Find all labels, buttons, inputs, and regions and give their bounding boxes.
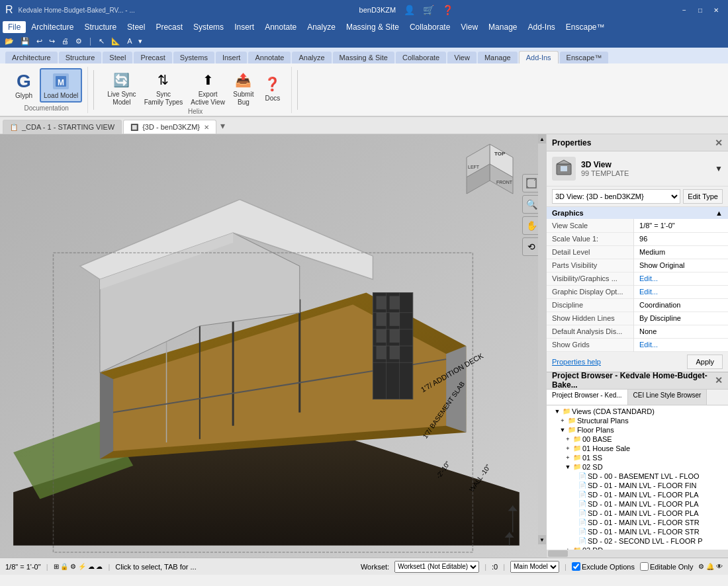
menu-manage[interactable]: Manage (483, 21, 522, 33)
edit-type-button[interactable]: Edit Type (683, 189, 723, 204)
submit-bug-button[interactable]: 📤 SubmitBug (230, 68, 257, 108)
qa-save[interactable]: 💾 (19, 36, 32, 46)
tab-steel[interactable]: Steel (103, 52, 132, 63)
sync-family-button[interactable]: ⇅ SyncFamily Types (142, 68, 186, 108)
qa-measure[interactable]: 📐 (109, 36, 122, 46)
view-selector-dropdown[interactable]: 3D View: {3D - benD3KZM} (552, 189, 680, 204)
pb-tab-browser[interactable]: Project Browser - Ked... (547, 390, 628, 405)
export-view-button[interactable]: ⬆ ExportActive View (188, 68, 228, 108)
tab-analyze[interactable]: Analyze (292, 52, 331, 63)
tree-item-sd01-fin[interactable]: 📄 SD - 01 - MAIN LVL - FLOOR FIN (548, 481, 727, 490)
editable-only-label[interactable]: Editable Only (640, 562, 693, 571)
menu-systems[interactable]: Systems (188, 21, 229, 33)
apply-button[interactable]: Apply (687, 355, 723, 369)
graphics-section-header[interactable]: Graphics ▲ (547, 207, 728, 219)
exclude-options-checkbox[interactable] (572, 562, 580, 571)
tab-close-button[interactable]: ✕ (204, 124, 209, 131)
prop-value-detail-level[interactable]: Medium (634, 245, 728, 259)
menu-analyze[interactable]: Analyze (302, 21, 341, 33)
model-selector[interactable]: Main Model (510, 561, 559, 573)
menu-view[interactable]: View (455, 21, 483, 33)
exclude-options-label[interactable]: Exclude Options (572, 562, 635, 571)
tab-manage[interactable]: Manage (478, 52, 518, 63)
tab-precast[interactable]: Precast (134, 52, 171, 63)
tab-list-button[interactable]: ▾ (218, 118, 228, 134)
minimize-button[interactable]: − (678, 3, 691, 17)
type-expand-arrow[interactable]: ▼ (715, 164, 723, 173)
tree-item-sd01-pla1[interactable]: 📄 SD - 01 - MAIN LVL - FLOOR PLA (548, 490, 727, 499)
tree-item-sd01-str2[interactable]: 📄 SD - 01 - MAIN LVL - FLOOR STR (548, 527, 727, 536)
live-sync-button[interactable]: 🔄 Live SyncModel (105, 68, 138, 108)
qa-text[interactable]: A (125, 36, 134, 46)
menu-enscape[interactable]: Enscape™ (561, 21, 610, 33)
tab-enscape[interactable]: Enscape™ (560, 52, 609, 63)
properties-help-link[interactable]: Properties help (547, 355, 606, 368)
prop-value-parts-vis[interactable]: Show Original (634, 259, 728, 272)
docs-button[interactable]: ❓ Docs (259, 72, 286, 104)
load-model-button[interactable]: M Load Model (40, 68, 82, 103)
menu-steel[interactable]: Steel (122, 21, 150, 33)
glyph-button[interactable]: G Glyph (11, 69, 37, 101)
prop-value-hidden-lines[interactable]: By Discipline (634, 312, 728, 325)
qa-settings[interactable]: ⚙ (73, 36, 84, 46)
tab-systems[interactable]: Systems (173, 52, 214, 63)
viewport[interactable]: 1'7/ ADDITION DECK 1'7/ BASEMENT SLAB -2… (0, 134, 546, 558)
tab-view[interactable]: View (447, 52, 477, 63)
tree-item-sd01-str1[interactable]: 📄 SD - 01 - MAIN LVL - FLOOR STR (548, 518, 727, 527)
tab-insert[interactable]: Insert (216, 52, 248, 63)
menu-precast[interactable]: Precast (150, 21, 188, 33)
maximize-button[interactable]: □ (694, 3, 707, 17)
scroll-thumb[interactable] (538, 144, 546, 535)
viewport-vertical-scrollbar[interactable]: ▲ ▼ (538, 134, 546, 544)
tree-item-00base[interactable]: + 📁 00 BASE (548, 435, 727, 444)
tree-item-02sd[interactable]: ▼ 📁 02 SD (548, 462, 727, 472)
tree-item-sd01-pla3[interactable]: 📄 SD - 01 - MAIN LVL - FLOOR PLA (548, 509, 727, 518)
menu-file[interactable]: File (3, 21, 26, 33)
tree-item-sd02[interactable]: 📄 SD - 02 - SECOND LVL - FLOOR P (548, 536, 727, 546)
qa-open[interactable]: 📂 (3, 36, 16, 46)
prop-value-graphic-display[interactable]: Edit... (634, 285, 728, 298)
tab-structure[interactable]: Structure (59, 52, 102, 63)
menu-architecture[interactable]: Architecture (26, 21, 79, 33)
close-button[interactable]: ✕ (709, 3, 723, 17)
menu-annotate[interactable]: Annotate (259, 21, 302, 33)
tab-architecture[interactable]: Architecture (5, 52, 58, 63)
qa-redo[interactable]: ↪ (47, 36, 57, 46)
tree-item-01ss[interactable]: + 📁 01 SS (548, 453, 727, 462)
menu-addins[interactable]: Add-Ins (522, 21, 560, 33)
tab-collaborate[interactable]: Collaborate (396, 52, 446, 63)
menu-massing[interactable]: Massing & Site (341, 21, 404, 33)
tab-addins[interactable]: Add-Ins (519, 51, 559, 63)
tree-item-floor-plans[interactable]: ▼ 📁 Floor Plans (548, 425, 727, 435)
tab-annotate[interactable]: Annotate (248, 52, 291, 63)
prop-value-discipline[interactable]: Coordination (634, 298, 728, 312)
workset-selector[interactable]: Workset1 (Not Editable) (394, 561, 479, 573)
qa-more[interactable]: ▾ (136, 36, 144, 46)
pb-horizontal-scrollbar[interactable] (547, 550, 728, 558)
qa-undo[interactable]: ↩ (34, 36, 44, 46)
pb-tab-line-style[interactable]: CEI Line Style Browser (628, 390, 707, 405)
qa-select[interactable]: ↖ (97, 36, 107, 46)
tab-massing[interactable]: Massing & Site (333, 52, 394, 63)
menu-structure[interactable]: Structure (79, 21, 122, 33)
tree-item-01house[interactable]: + 📁 01 House Sale (548, 444, 727, 453)
pb-scroll-thumb[interactable] (548, 550, 568, 557)
scroll-down-button[interactable]: ▼ (538, 535, 546, 544)
prop-value-vis-graphics[interactable]: Edit... (634, 272, 728, 285)
properties-close-button[interactable]: ✕ (715, 138, 723, 148)
menu-collaborate[interactable]: Collaborate (404, 21, 455, 33)
view-cube[interactable]: TOP FRONT LEFT (460, 141, 520, 200)
prop-value-view-scale[interactable]: 1/8" = 1'-0" (634, 219, 728, 232)
tree-item-structural[interactable]: + 📁 Structural Plans (548, 416, 727, 425)
qa-print[interactable]: 🖨 (60, 36, 71, 46)
scroll-up-button[interactable]: ▲ (538, 134, 546, 144)
editable-only-checkbox[interactable] (640, 562, 649, 571)
tab-starting-view[interactable]: 📋 _CDA - 1 - STARTING VIEW (3, 120, 122, 134)
tree-item-sd01-pla2[interactable]: 📄 SD - 01 - MAIN LVL - FLOOR PLA (548, 499, 727, 509)
prop-value-analysis-dis[interactable]: None (634, 325, 728, 338)
tree-item-views[interactable]: ▼ 📁 Views (CDA STANDARD) (548, 407, 727, 416)
tab-3d-view[interactable]: 🔲 {3D - benD3KZM} ✕ (123, 120, 216, 134)
pb-close-button[interactable]: ✕ (715, 375, 723, 386)
menu-insert[interactable]: Insert (229, 21, 259, 33)
prop-value-show-grids[interactable]: Edit... (634, 338, 728, 351)
